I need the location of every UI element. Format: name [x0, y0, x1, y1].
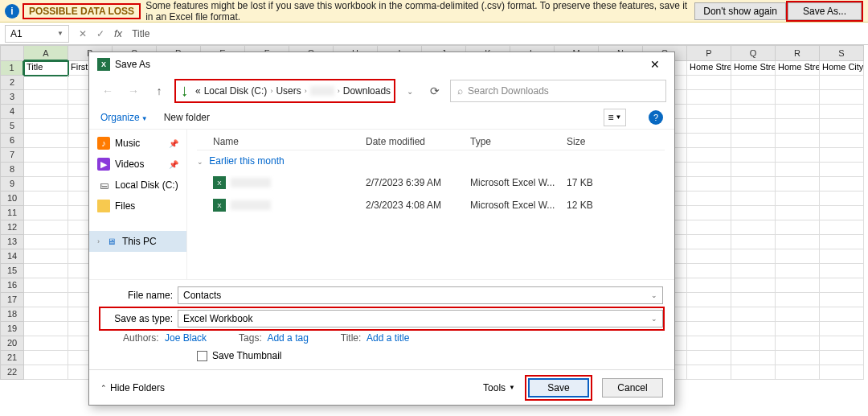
- path-seg-3[interactable]: Downloads: [343, 85, 391, 97]
- file-group[interactable]: ⌄ Earlier this month: [197, 150, 665, 171]
- cell[interactable]: [687, 249, 731, 264]
- cell[interactable]: [731, 220, 776, 235]
- cell[interactable]: [24, 351, 68, 365]
- cell[interactable]: [731, 336, 776, 351]
- cell[interactable]: [687, 192, 731, 206]
- cell[interactable]: [731, 206, 776, 220]
- cell[interactable]: [776, 220, 820, 235]
- cell[interactable]: [731, 365, 776, 380]
- cell[interactable]: [687, 76, 731, 90]
- cell[interactable]: [24, 220, 68, 235]
- cell[interactable]: [776, 293, 820, 307]
- cell[interactable]: [731, 307, 776, 322]
- row-header[interactable]: 3: [0, 90, 24, 105]
- cell[interactable]: [687, 307, 731, 322]
- cell[interactable]: [731, 90, 776, 105]
- cell[interactable]: [820, 264, 864, 278]
- cell[interactable]: [731, 293, 776, 307]
- column-header[interactable]: S: [820, 45, 864, 61]
- row-header[interactable]: 10: [0, 192, 24, 206]
- sidebar-item-disk[interactable]: 🖴 Local Disk (C:): [89, 175, 186, 196]
- cell[interactable]: [687, 206, 731, 220]
- row-header[interactable]: 14: [0, 249, 24, 264]
- cell[interactable]: [731, 264, 776, 278]
- cell[interactable]: [776, 119, 820, 134]
- sidebar-item-videos[interactable]: ▶ Videos 📌: [89, 154, 186, 175]
- row-header[interactable]: 8: [0, 163, 24, 177]
- column-header[interactable]: R: [776, 45, 820, 61]
- cell[interactable]: [24, 148, 68, 163]
- cell[interactable]: [820, 249, 864, 264]
- cell[interactable]: [687, 278, 731, 293]
- path-dropdown-icon[interactable]: ⌄: [400, 87, 420, 96]
- row-header[interactable]: 16: [0, 278, 24, 293]
- row-header[interactable]: 18: [0, 307, 24, 322]
- row-header[interactable]: 9: [0, 177, 24, 192]
- refresh-icon[interactable]: ⟳: [424, 84, 445, 97]
- cell[interactable]: [24, 235, 68, 249]
- cell[interactable]: Home City: [820, 61, 864, 76]
- cell[interactable]: [24, 336, 68, 351]
- cell[interactable]: [24, 90, 68, 105]
- save-button[interactable]: Save: [528, 378, 589, 397]
- cell[interactable]: [687, 119, 731, 134]
- cell[interactable]: [687, 220, 731, 235]
- cell[interactable]: [776, 365, 820, 380]
- cell[interactable]: [776, 336, 820, 351]
- row-header[interactable]: 15: [0, 264, 24, 278]
- cell[interactable]: [731, 163, 776, 177]
- column-header[interactable]: Q: [731, 45, 776, 61]
- file-name-input[interactable]: Contacts ⌄: [178, 286, 663, 304]
- cell[interactable]: [731, 134, 776, 148]
- cell[interactable]: [687, 148, 731, 163]
- cell[interactable]: [820, 192, 864, 206]
- column-header[interactable]: A: [24, 45, 68, 61]
- cell[interactable]: [687, 322, 731, 336]
- cell[interactable]: [24, 307, 68, 322]
- fx-icon[interactable]: fx: [114, 27, 122, 39]
- row-header[interactable]: 17: [0, 293, 24, 307]
- cell[interactable]: [731, 351, 776, 365]
- cell[interactable]: [24, 206, 68, 220]
- formula-value[interactable]: Title: [127, 28, 868, 39]
- organize-button[interactable]: Organize▼: [100, 112, 148, 123]
- cell[interactable]: [687, 336, 731, 351]
- sidebar-item-this-pc[interactable]: › 🖥 This PC: [89, 231, 186, 252]
- row-header[interactable]: 2: [0, 76, 24, 90]
- cell[interactable]: [731, 192, 776, 206]
- cell[interactable]: [820, 119, 864, 134]
- cell[interactable]: [776, 177, 820, 192]
- cell[interactable]: [731, 278, 776, 293]
- cell[interactable]: [820, 293, 864, 307]
- tools-button[interactable]: Tools ▼: [483, 382, 515, 393]
- cell[interactable]: [24, 365, 68, 380]
- cell[interactable]: [687, 351, 731, 365]
- file-row[interactable]: X 2/7/2023 6:39 AM Microsoft Excel W... …: [197, 171, 665, 194]
- view-mode-button[interactable]: ≡ ▼: [604, 109, 626, 126]
- row-header[interactable]: 1: [0, 61, 24, 76]
- path-seg-redacted[interactable]: [310, 86, 334, 96]
- cell[interactable]: [24, 76, 68, 90]
- column-header[interactable]: P: [687, 45, 731, 61]
- row-header[interactable]: 22: [0, 365, 24, 380]
- cancel-button[interactable]: Cancel: [602, 378, 663, 397]
- cell[interactable]: [776, 105, 820, 119]
- path-seg-0[interactable]: Local Disk (C:): [204, 85, 268, 97]
- row-header[interactable]: 6: [0, 134, 24, 148]
- search-input[interactable]: ⌕ Search Downloads: [450, 80, 666, 102]
- cell[interactable]: Home Stre: [731, 61, 776, 76]
- cell[interactable]: [820, 76, 864, 90]
- cell[interactable]: [776, 351, 820, 365]
- save-type-input[interactable]: Excel Workbook ⌄: [178, 310, 663, 327]
- cell[interactable]: [687, 163, 731, 177]
- col-date[interactable]: Date modified: [366, 136, 470, 147]
- cancel-formula-icon[interactable]: ✕: [74, 25, 92, 43]
- cell[interactable]: [776, 235, 820, 249]
- cell[interactable]: [820, 90, 864, 105]
- cell[interactable]: [776, 322, 820, 336]
- nav-back-icon[interactable]: ←: [97, 80, 118, 101]
- nav-up-icon[interactable]: ↑: [149, 80, 170, 101]
- cell[interactable]: [687, 90, 731, 105]
- cell[interactable]: [24, 264, 68, 278]
- cell[interactable]: [776, 307, 820, 322]
